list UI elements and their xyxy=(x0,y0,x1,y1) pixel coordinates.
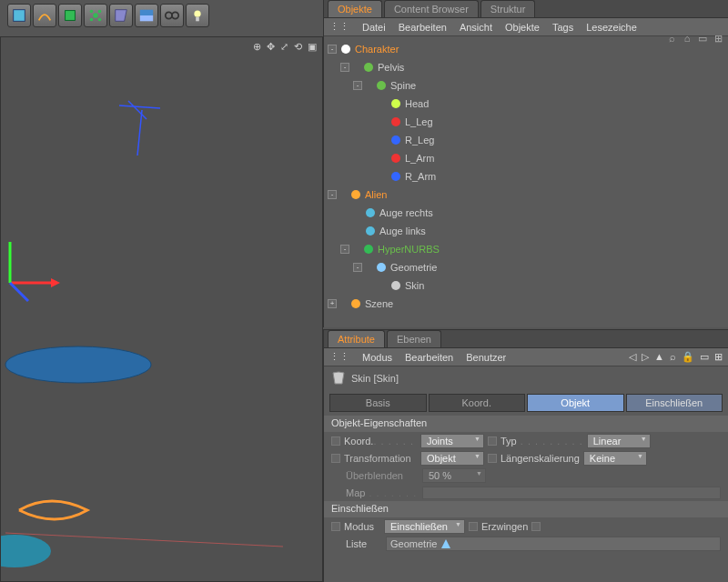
trans-checkbox[interactable] xyxy=(331,454,340,463)
tree-node[interactable]: Auge links xyxy=(328,222,728,240)
tree-node[interactable]: -Spine xyxy=(328,76,728,95)
langs-checkbox[interactable] xyxy=(488,454,497,463)
node-label: L_Arm xyxy=(405,153,434,164)
koord-dropdown[interactable]: Joints xyxy=(420,434,484,448)
svg-rect-7 xyxy=(140,15,153,21)
svg-line-16 xyxy=(10,283,28,301)
search-icon[interactable]: ⌕ xyxy=(665,33,678,45)
svg-point-36 xyxy=(391,281,400,290)
tool-environment[interactable] xyxy=(135,4,158,27)
tool-generator[interactable] xyxy=(84,4,107,27)
node-label: L_Leg xyxy=(405,116,433,127)
viewport-zoom-icon[interactable]: ⤢ xyxy=(280,41,288,53)
svg-point-30 xyxy=(391,172,400,181)
attr-search-icon[interactable]: ⌕ xyxy=(670,351,676,363)
node-icon xyxy=(339,43,352,55)
attr-menu-benutzer[interactable]: Benutzer xyxy=(466,352,506,363)
tree-node[interactable]: Skin xyxy=(328,276,728,295)
node-label: Geometrie xyxy=(390,262,437,273)
expand-icon[interactable]: - xyxy=(340,63,349,72)
tree-node[interactable]: -Alien xyxy=(328,186,728,204)
tab-struktur[interactable]: Struktur xyxy=(480,0,536,17)
tree-node[interactable]: +Szene xyxy=(328,295,728,313)
subtab-koord[interactable]: Koord. xyxy=(429,394,526,412)
svg-line-19 xyxy=(119,105,160,108)
svg-point-26 xyxy=(391,99,400,108)
tree-node[interactable]: Head xyxy=(328,95,728,113)
typ-checkbox[interactable] xyxy=(488,436,497,446)
map-field[interactable] xyxy=(422,487,721,499)
attr-new-icon[interactable]: ▭ xyxy=(700,351,709,363)
subtab-basis[interactable]: Basis xyxy=(329,394,427,412)
tree-node[interactable]: -Geometrie xyxy=(328,258,728,276)
node-label: R_Arm xyxy=(405,171,436,182)
tree-node[interactable]: R_Arm xyxy=(328,167,728,186)
node-label: R_Leg xyxy=(405,135,434,146)
viewport-rot-icon[interactable]: ⟲ xyxy=(294,41,302,53)
menu-tags[interactable]: Tags xyxy=(552,22,573,33)
tree-node[interactable]: Auge rechts xyxy=(328,204,728,222)
close-icon[interactable]: ⊞ xyxy=(712,33,724,45)
expand-icon[interactable]: - xyxy=(328,190,337,199)
menu-datei[interactable]: Datei xyxy=(362,22,386,33)
object-title: Skin [Skin] xyxy=(351,373,399,384)
tool-cube[interactable] xyxy=(7,4,31,27)
attr-lock-icon[interactable]: 🔒 xyxy=(682,351,694,363)
home-icon[interactable]: ⌂ xyxy=(681,33,693,45)
attr-grip-icon[interactable]: ⋮⋮ xyxy=(329,351,349,363)
viewport-move-icon[interactable]: ✥ xyxy=(267,41,275,53)
liste-field[interactable]: Geometrie xyxy=(386,537,721,551)
menu-objekte[interactable]: Objekte xyxy=(505,22,540,33)
expand-icon[interactable]: - xyxy=(340,245,349,254)
erz-toggle[interactable] xyxy=(531,522,541,531)
node-label: Charakter xyxy=(355,44,399,55)
attr-add-icon[interactable]: ⊞ xyxy=(714,351,723,363)
tree-node[interactable]: L_Arm xyxy=(328,149,728,167)
koord-checkbox[interactable] xyxy=(331,436,340,446)
expand-icon[interactable]: - xyxy=(353,263,362,272)
typ-dropdown[interactable]: Linear xyxy=(587,434,651,448)
tree-node[interactable]: -Pelvis xyxy=(328,58,728,76)
node-label: Head xyxy=(405,98,429,109)
nav-back-icon[interactable]: ◁ xyxy=(629,351,636,363)
node-label: Pelvis xyxy=(378,62,404,73)
obj-grip-icon[interactable]: ⋮⋮ xyxy=(329,21,349,33)
tool-array[interactable] xyxy=(58,4,82,27)
viewport-max-icon[interactable]: ▣ xyxy=(308,41,317,53)
tool-light[interactable] xyxy=(186,4,209,27)
tab-objekte[interactable]: Objekte xyxy=(328,0,382,17)
menu-lesz[interactable]: Lesezeiche xyxy=(586,22,637,33)
tree-node[interactable]: R_Leg xyxy=(328,131,728,149)
attr-menu-bearbeiten[interactable]: Bearbeiten xyxy=(405,352,453,363)
viewport-config-icon[interactable]: ⊕ xyxy=(253,41,261,53)
modus-dropdown[interactable]: Einschließen xyxy=(384,519,465,534)
attr-menu-modus[interactable]: Modus xyxy=(362,352,392,363)
svg-point-22 xyxy=(1,535,51,567)
tab-attribute[interactable]: Attribute xyxy=(328,330,385,347)
erz-checkbox[interactable] xyxy=(469,522,478,531)
modus-checkbox[interactable] xyxy=(331,522,340,531)
expand-icon[interactable]: - xyxy=(328,45,337,54)
viewport-3d[interactable]: ⊕ ✥ ⤢ ⟲ ▣ xyxy=(0,36,323,582)
subtab-einschl[interactable]: Einschließen xyxy=(626,394,723,412)
menu-ansicht[interactable]: Ansicht xyxy=(460,22,492,33)
tool-spline[interactable] xyxy=(33,4,56,27)
object-tree[interactable]: -Charakter-Pelvis-SpineHeadL_LegR_LegL_A… xyxy=(324,36,728,313)
tree-node[interactable]: L_Leg xyxy=(328,113,728,131)
collapse-icon[interactable]: ▭ xyxy=(696,33,709,45)
svg-marker-38 xyxy=(441,539,450,548)
langs-dropdown[interactable]: Keine xyxy=(583,451,647,466)
tree-node[interactable]: -HyperNURBS xyxy=(328,240,728,258)
tool-deformer[interactable] xyxy=(109,4,133,27)
nav-up-icon[interactable]: ▲ xyxy=(654,351,664,363)
tool-camera[interactable] xyxy=(160,4,184,27)
subtab-objekt[interactable]: Objekt xyxy=(527,394,624,412)
trans-dropdown[interactable]: Objekt xyxy=(420,451,484,466)
nav-fwd-icon[interactable]: ▷ xyxy=(642,351,649,363)
expand-icon[interactable]: - xyxy=(353,81,362,90)
tab-ebenen[interactable]: Ebenen xyxy=(387,330,441,347)
menu-bearbeiten[interactable]: Bearbeiten xyxy=(399,22,447,33)
expand-icon[interactable]: + xyxy=(328,299,337,308)
tab-content-browser[interactable]: Content Browser xyxy=(384,0,479,17)
node-label: HyperNURBS xyxy=(378,244,440,255)
